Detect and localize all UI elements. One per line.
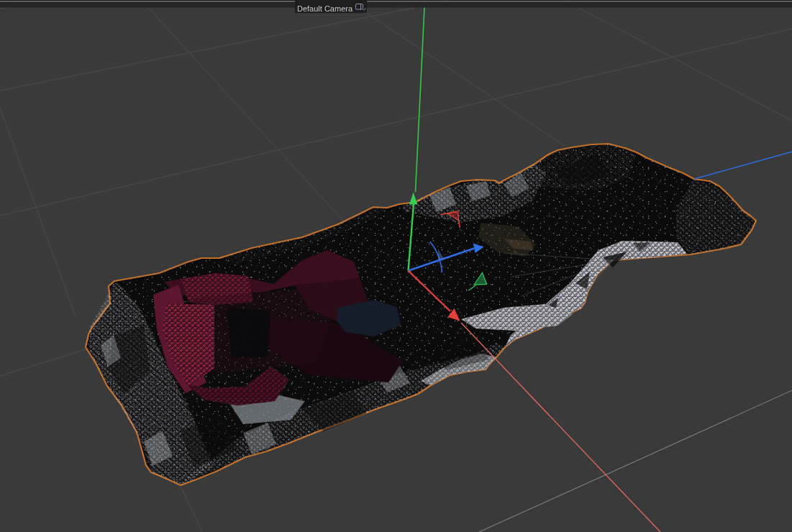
svg-text:Default Camera: Default Camera [297, 4, 353, 13]
